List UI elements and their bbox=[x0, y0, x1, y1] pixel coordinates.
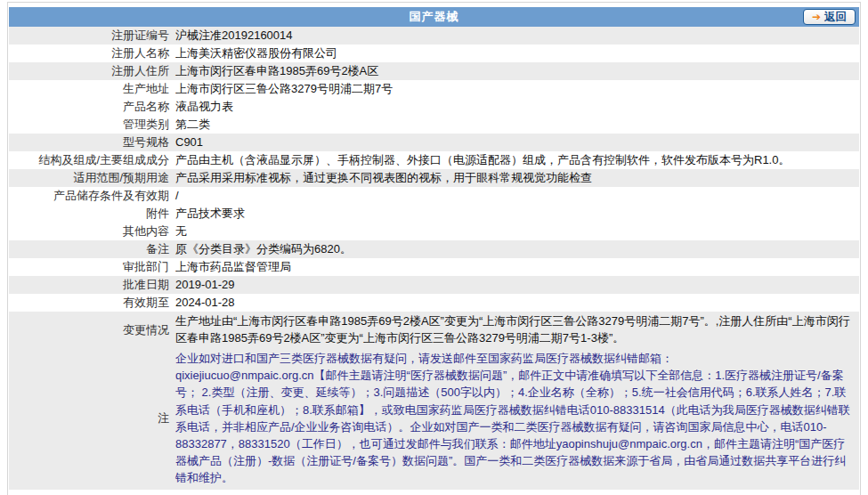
field-label: 附件 bbox=[9, 205, 175, 223]
table-row: 附件 产品技术要求 bbox=[9, 205, 859, 223]
info-table: 注册证编号 沪械注准20192160014 注册人名称 上海美沃精密仪器股份有限… bbox=[9, 27, 859, 490]
content-panel: 国产器械 ➔ 返回 注册证编号 沪械注准20192160014 注册人名称 上海… bbox=[7, 2, 861, 495]
field-value: C901 bbox=[175, 134, 859, 151]
table-row: 产品名称 液晶视力表 bbox=[9, 98, 859, 116]
field-label: 有效期至 bbox=[9, 294, 175, 312]
page-title: 国产器械 bbox=[9, 9, 859, 25]
table-row: 注册人名称 上海美沃精密仪器股份有限公司 bbox=[9, 45, 859, 62]
arrow-right-icon: ➔ bbox=[812, 12, 821, 22]
field-label: 注 bbox=[9, 410, 175, 426]
field-label: 适用范围/预期用途 bbox=[9, 169, 175, 187]
field-value: 液晶视力表 bbox=[175, 98, 859, 116]
section-header: 国产器械 ➔ 返回 bbox=[9, 7, 859, 27]
field-label: 结构及组成/主要组成成分 bbox=[9, 151, 175, 169]
table-row: 批准日期 2019-01-29 bbox=[9, 276, 859, 294]
field-value: 上海市闵行区春申路1985弄69号2楼A区 bbox=[175, 62, 859, 80]
table-row: 结构及组成/主要组成成分 产品由主机（含液晶显示屏）、手柄控制器、外接口（电源适… bbox=[9, 151, 859, 169]
back-button[interactable]: ➔ 返回 bbox=[803, 9, 856, 25]
field-value: / bbox=[175, 187, 859, 205]
field-label: 产品储存条件及有效期 bbox=[9, 187, 175, 205]
field-label: 型号规格 bbox=[9, 134, 175, 151]
field-label: 注册证编号 bbox=[9, 27, 175, 45]
field-label: 其他内容 bbox=[9, 223, 175, 240]
field-value: 第二类 bbox=[175, 116, 859, 134]
table-row: 其他内容 无 bbox=[9, 223, 859, 240]
field-value: 上海市药品监督管理局 bbox=[175, 258, 859, 276]
field-value: 原《分类目录》分类编码为6820。 bbox=[175, 240, 859, 258]
field-value: 2019-01-29 bbox=[175, 276, 859, 294]
field-label: 批准日期 bbox=[9, 276, 175, 294]
table-row: 审批部门 上海市药品监督管理局 bbox=[9, 258, 859, 276]
field-label: 变更情况 bbox=[9, 321, 175, 338]
back-button-label: 返回 bbox=[824, 12, 847, 23]
field-label: 产品名称 bbox=[9, 98, 175, 116]
table-row: 管理类别 第二类 bbox=[9, 116, 859, 134]
table-row: 产品储存条件及有效期 / bbox=[9, 187, 859, 205]
field-label: 注册人住所 bbox=[9, 62, 175, 80]
field-label: 备注 bbox=[9, 240, 175, 258]
field-value: 2024-01-28 bbox=[175, 294, 859, 312]
table-row: 备注 原《分类目录》分类编码为6820。 bbox=[9, 240, 859, 258]
field-value: 产品由主机（含液晶显示屏）、手柄控制器、外接口（电源适配器）组成，产品含有控制软… bbox=[175, 151, 859, 169]
field-value: 产品技术要求 bbox=[175, 205, 859, 223]
field-label: 注册人名称 bbox=[9, 45, 175, 62]
table-row: 注册人住所 上海市闵行区春申路1985弄69号2楼A区 bbox=[9, 62, 859, 80]
field-label: 审批部门 bbox=[9, 258, 175, 276]
field-value: 企业如对进口和国产三类医疗器械数据有疑问，请发送邮件至国家药监局医疗器械数据纠错… bbox=[175, 350, 859, 487]
field-value: 沪械注准20192160014 bbox=[175, 27, 859, 45]
table-row: 注册证编号 沪械注准20192160014 bbox=[9, 27, 859, 45]
field-value: 产品采用采用标准视标，通过更换不同视表图的视标，用于眼科常规视觉功能检查 bbox=[175, 169, 859, 187]
field-value: 生产地址由“上海市闵行区春申路1985弄69号2楼A区”变更为“上海市闵行区三鲁… bbox=[175, 312, 859, 346]
table-row: 有效期至 2024-01-28 bbox=[9, 294, 859, 312]
table-row: 生产地址 上海市闵行区三鲁公路3279号明浦二期7号 bbox=[9, 80, 859, 98]
field-value: 上海市闵行区三鲁公路3279号明浦二期7号 bbox=[175, 80, 859, 98]
table-row: 适用范围/预期用途 产品采用采用标准视标，通过更换不同视表图的视标，用于眼科常规… bbox=[9, 169, 859, 187]
field-label: 管理类别 bbox=[9, 116, 175, 134]
field-value: 无 bbox=[175, 223, 859, 240]
field-label: 生产地址 bbox=[9, 80, 175, 98]
table-row: 型号规格 C901 bbox=[9, 134, 859, 151]
table-row: 变更情况 生产地址由“上海市闵行区春申路1985弄69号2楼A区”变更为“上海市… bbox=[9, 312, 859, 347]
table-row: 注 企业如对进口和国产三类医疗器械数据有疑问，请发送邮件至国家药监局医疗器械数据… bbox=[9, 347, 859, 490]
field-value: 上海美沃精密仪器股份有限公司 bbox=[175, 45, 859, 62]
